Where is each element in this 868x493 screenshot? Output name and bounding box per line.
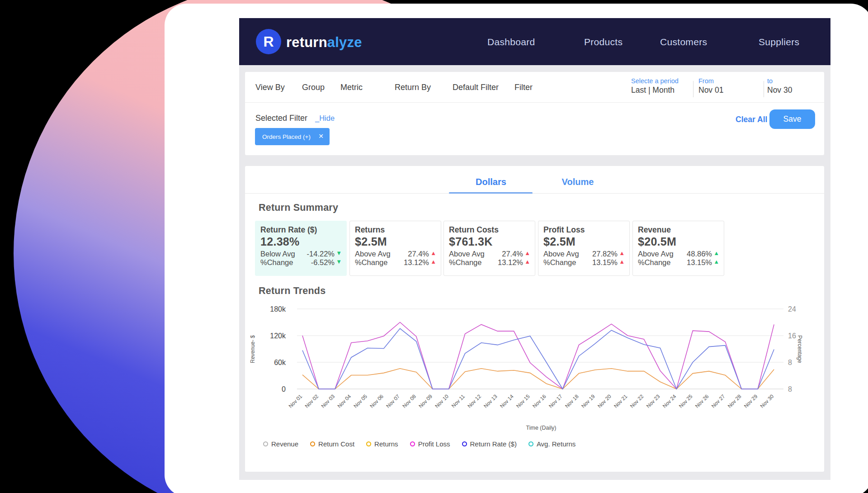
svg-text:Nov 14: Nov 14 bbox=[499, 393, 515, 409]
brand-logo-icon[interactable]: R bbox=[256, 29, 281, 54]
page: R returnalyze Dashboard Products Custome… bbox=[0, 0, 868, 493]
legend-item[interactable]: Avg. Returns bbox=[528, 440, 576, 448]
svg-text:Nov 15: Nov 15 bbox=[515, 393, 531, 409]
trend-arrow-icon: ▲ bbox=[713, 258, 719, 265]
card-row-label: %Change bbox=[355, 258, 387, 267]
card-row-label: %Change bbox=[449, 258, 481, 267]
trend-arrow-icon: ▲ bbox=[430, 250, 436, 256]
return-trends-title: Return Trends bbox=[259, 285, 326, 297]
divider bbox=[764, 81, 764, 97]
from-date-select[interactable]: From Nov 01 bbox=[698, 77, 723, 95]
svg-text:180k: 180k bbox=[270, 305, 286, 313]
card-row-value: 13.15% bbox=[592, 258, 618, 267]
nav-item-dashboard[interactable]: Dashboard bbox=[487, 37, 535, 47]
nav-item-customers[interactable]: Customers bbox=[660, 37, 707, 47]
legend-label: Return Rate ($) bbox=[470, 440, 517, 448]
svg-text:Nov 17: Nov 17 bbox=[548, 393, 563, 409]
metric-card-profit-loss: Profit Loss $2.5M Above Avg27.82%▲ %Chan… bbox=[538, 221, 630, 276]
svg-text:Nov 10: Nov 10 bbox=[434, 393, 449, 409]
nav-item-suppliers[interactable]: Suppliers bbox=[759, 37, 799, 47]
svg-text:Nov 12: Nov 12 bbox=[467, 393, 482, 409]
chip-close-icon[interactable]: ✕ bbox=[318, 133, 324, 140]
filter-metric[interactable]: Metric bbox=[340, 83, 363, 92]
svg-text:Nov 25: Nov 25 bbox=[678, 393, 693, 409]
svg-text:0: 0 bbox=[282, 385, 286, 393]
legend-ring-icon bbox=[410, 441, 415, 446]
period-label: Selecte a period bbox=[631, 77, 679, 85]
card-row-value: 13.12% bbox=[498, 258, 523, 267]
legend-label: Profit Loss bbox=[418, 440, 450, 448]
card-row-label: Above Avg bbox=[449, 250, 485, 258]
to-date-select[interactable]: to Nov 30 bbox=[767, 77, 792, 95]
svg-text:Nov 29: Nov 29 bbox=[743, 393, 758, 409]
legend-item[interactable]: Return Rate ($) bbox=[462, 440, 517, 448]
brand-name[interactable]: returnalyze bbox=[286, 34, 362, 51]
legend-item[interactable]: Return Cost bbox=[310, 440, 354, 448]
trend-arrow-icon: ▲ bbox=[524, 250, 530, 256]
card-row-value: 27.82% bbox=[592, 250, 618, 258]
svg-text:Nov 30: Nov 30 bbox=[759, 393, 774, 409]
hide-link[interactable]: _Hide bbox=[315, 114, 335, 123]
svg-text:Nov 05: Nov 05 bbox=[353, 393, 368, 409]
tab-dollars[interactable]: Dollars bbox=[446, 177, 536, 187]
to-value: Nov 30 bbox=[767, 85, 792, 95]
card-row-value: 27.4% bbox=[502, 250, 523, 258]
card-value: $2.5M bbox=[355, 235, 387, 248]
legend-ring-icon bbox=[462, 441, 467, 446]
return-summary-title: Return Summary bbox=[259, 202, 338, 213]
svg-text:Nov 07: Nov 07 bbox=[385, 393, 401, 409]
card-row-label: %Change bbox=[260, 258, 293, 267]
legend-item[interactable]: Profit Loss bbox=[410, 440, 450, 448]
save-button[interactable]: Save bbox=[769, 109, 815, 129]
card-row-value: 27.4% bbox=[408, 250, 429, 258]
svg-text:8: 8 bbox=[788, 359, 792, 366]
legend-item[interactable]: Returns bbox=[366, 440, 398, 448]
card-title: Return Rate ($) bbox=[260, 225, 317, 235]
card-value: 12.38% bbox=[260, 235, 300, 248]
filter-filter[interactable]: Filter bbox=[514, 83, 533, 92]
filter-default-filter[interactable]: Default Filter bbox=[453, 83, 499, 92]
return-trends-chart: 180k120k60k0241688Nov 01Nov 02Nov 03Nov … bbox=[245, 297, 824, 446]
selected-filter-label: Selected Filter bbox=[255, 114, 307, 123]
card-title: Profit Loss bbox=[543, 225, 585, 235]
nav-item-products[interactable]: Products bbox=[584, 37, 623, 47]
svg-text:Nov 13: Nov 13 bbox=[483, 393, 498, 409]
chip-label: Orders Placed (+) bbox=[262, 133, 311, 140]
card-value: $2.5M bbox=[543, 235, 576, 248]
filter-group[interactable]: Group bbox=[302, 83, 325, 92]
metric-card-returns: Returns $2.5M Above Avg27.4%▲ %Change13.… bbox=[349, 221, 441, 276]
clear-all-button[interactable]: Clear All bbox=[736, 115, 767, 124]
to-label: to bbox=[767, 77, 792, 85]
filter-return-by[interactable]: Return By bbox=[395, 83, 431, 92]
card-row-value: 48.86% bbox=[687, 250, 712, 258]
card-row-label: %Change bbox=[638, 258, 670, 267]
legend-ring-icon bbox=[263, 441, 268, 446]
legend-label: Returns bbox=[374, 440, 398, 448]
svg-text:Nov 19: Nov 19 bbox=[580, 393, 596, 409]
metric-card-return-rate: Return Rate ($) 12.38% Below Avg-14.22%▼… bbox=[255, 221, 347, 276]
card-row-label: %Change bbox=[543, 258, 576, 267]
card-value: $761.3K bbox=[449, 235, 493, 248]
filter-panel: View By Group Metric Return By Default F… bbox=[245, 72, 824, 155]
svg-text:60k: 60k bbox=[274, 359, 286, 366]
metric-card-revenue: Revenue $20.5M Above Avg48.86%▲ %Change1… bbox=[632, 221, 724, 276]
svg-text:Nov 26: Nov 26 bbox=[694, 393, 709, 409]
period-value: Last | Month bbox=[631, 85, 679, 95]
filter-view-by[interactable]: View By bbox=[255, 83, 285, 92]
card-row-value: 13.12% bbox=[404, 258, 429, 267]
card-row-value: -6.52% bbox=[311, 258, 335, 267]
svg-text:Nov 08: Nov 08 bbox=[401, 393, 417, 409]
period-select[interactable]: Selecte a period Last | Month bbox=[631, 77, 679, 95]
tab-volume[interactable]: Volume bbox=[533, 177, 623, 187]
svg-text:16: 16 bbox=[788, 332, 796, 340]
legend-label: Revenue bbox=[271, 440, 298, 448]
filter-row: View By Group Metric Return By Default F… bbox=[245, 72, 824, 103]
card-value: $20.5M bbox=[638, 235, 676, 248]
active-tab-underline bbox=[449, 192, 533, 194]
filter-chip-orders-placed[interactable]: Orders Placed (+) ✕ bbox=[255, 128, 330, 145]
legend-item[interactable]: Revenue bbox=[263, 440, 298, 448]
svg-text:Nov 22: Nov 22 bbox=[629, 393, 645, 409]
from-value: Nov 01 bbox=[698, 85, 723, 95]
trend-arrow-icon: ▲ bbox=[430, 258, 436, 265]
svg-text:Nov 24: Nov 24 bbox=[661, 393, 677, 409]
